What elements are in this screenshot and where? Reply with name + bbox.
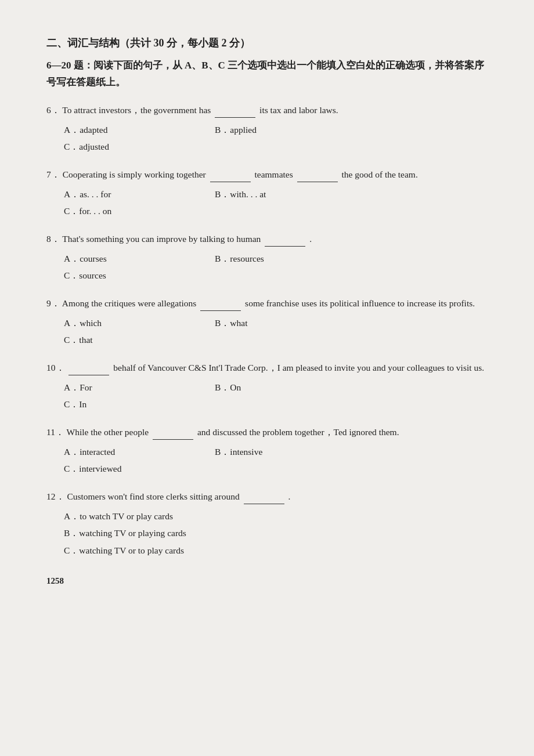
q9-option-row-1: A．which B．what [64,314,493,331]
q12-number: 12． [46,491,65,501]
q6-option-row-1: A．adapted B．applied [64,121,493,138]
q11-option-b: B．intensive [215,443,493,460]
question-7: 7． Cooperating is simply working togethe… [46,166,493,220]
q7-option-c: C．for. . . on [64,206,111,216]
q12-option-b: B．watching TV or playing cards [64,528,186,538]
q11-number: 11． [46,427,64,437]
q10-blank [68,359,109,375]
q7-option-row-2: C．for. . . on [64,202,493,219]
q9-text-after: some franchise uses its political influe… [245,298,475,308]
q11-text-before: While the other people [67,427,149,437]
q8-text-after: . [309,234,312,244]
q9-text-before: Among the critiques were allegations [62,298,197,308]
q7-option-a: A．as. . . for [64,186,215,202]
q8-options: A．courses B．resources C．sources [64,250,493,284]
q12-option-a: A．to watch TV or play cards [64,511,173,521]
q6-options: A．adapted B．applied C．adjusted [64,121,493,155]
q8-text-before: That's something you can improve by talk… [62,234,261,244]
q8-option-row-1: A．courses B．resources [64,250,493,267]
q11-option-c: C．interviewed [64,464,122,473]
question-11: 11． While the other people and discussed… [46,424,493,478]
q7-text-before: Cooperating is simply working together [63,169,206,179]
q9-option-row-2: C．that [64,331,493,348]
q12-options: A．to watch TV or play cards B．watching T… [64,508,493,559]
q7-text-middle: teammates [254,169,293,179]
question-9: 9． Among the critiques were allegations … [46,295,493,349]
q6-text-after: its tax and labor laws. [259,105,338,115]
q8-option-row-2: C．sources [64,267,493,284]
q7-options: A．as. . . for B．with. . . at C．for. . . … [64,186,493,220]
question-12: 12． Customers won't find store clerks si… [46,488,493,559]
q7-option-b: B．with. . . at [215,186,493,202]
q10-option-a: A．For [64,379,215,396]
question-11-text: 11． While the other people and discussed… [46,424,493,440]
q6-text-before: To attract investors，the government has [62,105,211,115]
q8-blank [265,230,305,247]
q12-blank [244,488,284,504]
q11-text-after: and discussed the problem together，Ted i… [197,427,399,437]
question-6: 6． To attract investors，the government h… [46,102,493,155]
q6-option-a: A．adapted [64,121,215,138]
q10-text-after: behalf of Vancouver C&S Int'l Trade Corp… [113,363,484,372]
q11-option-row-2: C．interviewed [64,460,493,477]
question-8-text: 8． That's something you can improve by t… [46,230,493,247]
page-number: 1258 [46,576,493,586]
q10-option-b: B．On [215,379,493,396]
q7-number: 7． [46,169,60,179]
q7-blank1 [210,166,251,182]
q11-option-row-1: A．interacted B．intensive [64,443,493,460]
question-6-text: 6． To attract investors，the government h… [46,102,493,118]
q9-blank [200,295,241,311]
q8-number: 8． [46,234,60,244]
q7-text-after: the good of the team. [342,169,418,179]
q7-option-row-1: A．as. . . for B．with. . . at [64,186,493,202]
q7-blank2 [297,166,338,182]
q12-option-row-1: A．to watch TV or play cards [64,508,493,525]
question-10-text: 10． behalf of Vancouver C&S Int'l Trade … [46,359,493,375]
q10-option-row-1: A．For B．On [64,379,493,396]
q12-option-row-3: C．watching TV or to play cards [64,542,493,559]
q10-options: A．For B．On C．In [64,379,493,413]
q11-option-a: A．interacted [64,443,215,460]
q8-option-c: C．sources [64,270,106,280]
q12-option-row-2: B．watching TV or playing cards [64,525,493,541]
section-header: 二、词汇与结构（共计 30 分，每小题 2 分） [46,35,493,52]
q9-option-a: A．which [64,314,215,331]
q9-option-c: C．that [64,335,93,345]
q11-options: A．interacted B．intensive C．interviewed [64,443,493,478]
q8-option-b: B．resources [215,250,493,267]
question-7-text: 7． Cooperating is simply working togethe… [46,166,493,182]
q12-text-before: Customers won't find store clerks sittin… [67,491,239,501]
q6-number: 6． [46,105,60,115]
q11-blank [153,424,193,440]
q10-number: 10． [46,363,65,372]
question-10: 10． behalf of Vancouver C&S Int'l Trade … [46,359,493,413]
q6-option-row-2: C．adjusted [64,138,493,155]
q9-options: A．which B．what C．that [64,314,493,349]
q6-option-c: C．adjusted [64,142,109,151]
q9-option-b: B．what [215,314,493,331]
q10-option-c: C．In [64,399,86,409]
q8-option-a: A．courses [64,250,215,267]
instruction: 6—20 题：阅读下面的句子，从 A、B、C 三个选项中选出一个能填入空白处的正… [46,57,493,91]
q6-option-b: B．applied [215,121,493,138]
question-8: 8． That's something you can improve by t… [46,230,493,284]
q12-text-after: . [288,491,290,501]
question-9-text: 9． Among the critiques were allegations … [46,295,493,311]
question-12-text: 12． Customers won't find store clerks si… [46,488,493,504]
q12-option-c: C．watching TV or to play cards [64,545,184,555]
q6-blank [215,102,255,118]
q10-option-row-2: C．In [64,396,493,413]
q9-number: 9． [46,298,60,308]
